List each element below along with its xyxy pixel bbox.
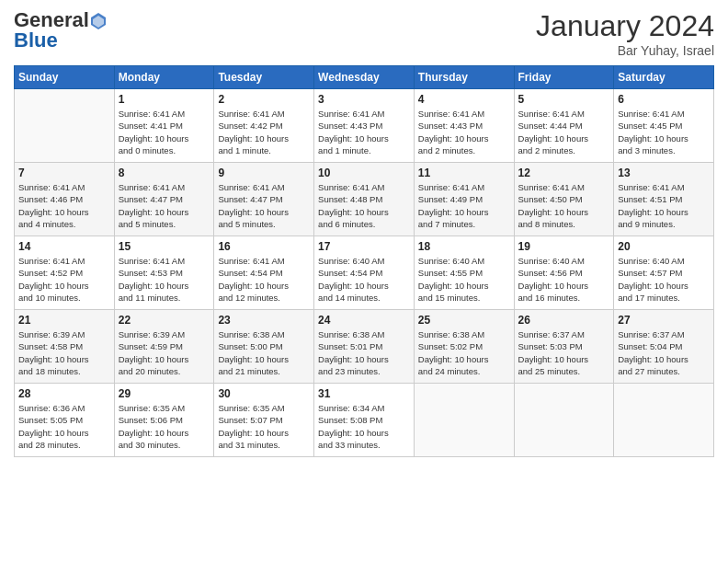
table-row: 28Sunrise: 6:36 AMSunset: 5:05 PMDayligh…	[15, 384, 115, 457]
col-sunday: Sunday	[15, 66, 115, 89]
table-row: 16Sunrise: 6:41 AMSunset: 4:54 PMDayligh…	[214, 236, 314, 310]
table-row: 13Sunrise: 6:41 AMSunset: 4:51 PMDayligh…	[614, 163, 714, 236]
day-info: Sunrise: 6:41 AMSunset: 4:45 PMDaylight:…	[618, 108, 710, 156]
location: Bar Yuhay, Israel	[536, 43, 714, 58]
day-info: Sunrise: 6:40 AMSunset: 4:55 PMDaylight:…	[418, 255, 510, 304]
col-tuesday: Tuesday	[214, 66, 314, 89]
table-row: 3Sunrise: 6:41 AMSunset: 4:43 PMDaylight…	[314, 89, 415, 163]
day-number: 5	[518, 93, 610, 106]
table-row: 9Sunrise: 6:41 AMSunset: 4:47 PMDaylight…	[214, 163, 314, 236]
calendar-header-row: Sunday Monday Tuesday Wednesday Thursday…	[15, 66, 714, 89]
day-number: 10	[318, 167, 410, 179]
day-info: Sunrise: 6:37 AMSunset: 5:04 PMDaylight:…	[618, 328, 710, 377]
day-info: Sunrise: 6:41 AMSunset: 4:51 PMDaylight:…	[618, 181, 710, 230]
table-row: 30Sunrise: 6:35 AMSunset: 5:07 PMDayligh…	[214, 384, 314, 457]
table-row: 4Sunrise: 6:41 AMSunset: 4:43 PMDaylight…	[414, 89, 514, 163]
day-number: 31	[318, 387, 410, 400]
table-row: 20Sunrise: 6:40 AMSunset: 4:57 PMDayligh…	[614, 236, 714, 310]
day-info: Sunrise: 6:36 AMSunset: 5:05 PMDaylight:…	[18, 402, 110, 451]
month-title: January 2024	[536, 9, 714, 43]
day-number: 12	[518, 167, 610, 179]
day-number: 20	[618, 240, 710, 253]
calendar-week-row: 21Sunrise: 6:39 AMSunset: 4:58 PMDayligh…	[15, 310, 714, 384]
table-row: 1Sunrise: 6:41 AMSunset: 4:41 PMDaylight…	[114, 89, 214, 163]
day-info: Sunrise: 6:41 AMSunset: 4:44 PMDaylight:…	[518, 108, 610, 156]
day-info: Sunrise: 6:41 AMSunset: 4:47 PMDaylight:…	[119, 181, 210, 230]
table-row: 23Sunrise: 6:38 AMSunset: 5:00 PMDayligh…	[214, 310, 314, 384]
day-info: Sunrise: 6:40 AMSunset: 4:54 PMDaylight:…	[318, 255, 410, 304]
table-row: 5Sunrise: 6:41 AMSunset: 4:44 PMDaylight…	[514, 89, 614, 163]
table-row: 14Sunrise: 6:41 AMSunset: 4:52 PMDayligh…	[15, 236, 115, 310]
day-number: 17	[318, 240, 410, 253]
day-number: 27	[618, 314, 710, 327]
table-row: 26Sunrise: 6:37 AMSunset: 5:03 PMDayligh…	[514, 310, 614, 384]
day-info: Sunrise: 6:41 AMSunset: 4:46 PMDaylight:…	[18, 181, 110, 230]
table-row: 6Sunrise: 6:41 AMSunset: 4:45 PMDaylight…	[614, 89, 714, 163]
day-info: Sunrise: 6:39 AMSunset: 4:58 PMDaylight:…	[18, 328, 110, 377]
day-number: 14	[18, 240, 110, 253]
day-info: Sunrise: 6:38 AMSunset: 5:00 PMDaylight:…	[218, 328, 310, 377]
day-number: 1	[119, 93, 210, 106]
day-info: Sunrise: 6:41 AMSunset: 4:49 PMDaylight:…	[418, 181, 510, 230]
day-info: Sunrise: 6:41 AMSunset: 4:43 PMDaylight:…	[418, 108, 510, 156]
day-info: Sunrise: 6:40 AMSunset: 4:56 PMDaylight:…	[518, 255, 610, 304]
day-info: Sunrise: 6:41 AMSunset: 4:47 PMDaylight:…	[218, 181, 310, 230]
table-row: 18Sunrise: 6:40 AMSunset: 4:55 PMDayligh…	[414, 236, 514, 310]
day-number: 18	[418, 240, 510, 253]
day-info: Sunrise: 6:41 AMSunset: 4:48 PMDaylight:…	[318, 181, 410, 230]
table-row: 25Sunrise: 6:38 AMSunset: 5:02 PMDayligh…	[414, 310, 514, 384]
table-row: 2Sunrise: 6:41 AMSunset: 4:42 PMDaylight…	[214, 89, 314, 163]
logo-icon	[90, 12, 107, 30]
table-row: 8Sunrise: 6:41 AMSunset: 4:47 PMDaylight…	[114, 163, 214, 236]
day-number: 4	[418, 93, 510, 106]
day-info: Sunrise: 6:38 AMSunset: 5:02 PMDaylight:…	[418, 328, 510, 377]
table-row: 10Sunrise: 6:41 AMSunset: 4:48 PMDayligh…	[314, 163, 415, 236]
day-number: 22	[119, 314, 210, 327]
col-thursday: Thursday	[414, 66, 514, 89]
table-row	[514, 384, 614, 457]
day-info: Sunrise: 6:39 AMSunset: 4:59 PMDaylight:…	[119, 328, 210, 377]
day-info: Sunrise: 6:38 AMSunset: 5:01 PMDaylight:…	[318, 328, 410, 377]
table-row: 24Sunrise: 6:38 AMSunset: 5:01 PMDayligh…	[314, 310, 415, 384]
calendar-table: Sunday Monday Tuesday Wednesday Thursday…	[14, 65, 714, 457]
table-row	[414, 384, 514, 457]
day-info: Sunrise: 6:41 AMSunset: 4:54 PMDaylight:…	[218, 255, 310, 304]
logo-blue-text: Blue	[14, 29, 58, 52]
table-row: 29Sunrise: 6:35 AMSunset: 5:06 PMDayligh…	[114, 384, 214, 457]
day-number: 16	[218, 240, 310, 253]
header: General Blue January 2024 Bar Yuhay, Isr…	[14, 9, 714, 58]
table-row: 27Sunrise: 6:37 AMSunset: 5:04 PMDayligh…	[614, 310, 714, 384]
day-number: 30	[218, 387, 310, 400]
day-number: 8	[119, 167, 210, 179]
day-info: Sunrise: 6:41 AMSunset: 4:50 PMDaylight:…	[518, 181, 610, 230]
day-info: Sunrise: 6:34 AMSunset: 5:08 PMDaylight:…	[318, 402, 410, 451]
day-number: 2	[218, 93, 310, 106]
day-info: Sunrise: 6:41 AMSunset: 4:43 PMDaylight:…	[318, 108, 410, 156]
day-number: 25	[418, 314, 510, 327]
day-number: 23	[218, 314, 310, 327]
col-friday: Friday	[514, 66, 614, 89]
table-row: 21Sunrise: 6:39 AMSunset: 4:58 PMDayligh…	[15, 310, 115, 384]
day-number: 11	[418, 167, 510, 179]
day-info: Sunrise: 6:41 AMSunset: 4:41 PMDaylight:…	[119, 108, 210, 156]
table-row: 12Sunrise: 6:41 AMSunset: 4:50 PMDayligh…	[514, 163, 614, 236]
day-info: Sunrise: 6:41 AMSunset: 4:52 PMDaylight:…	[18, 255, 110, 304]
day-info: Sunrise: 6:35 AMSunset: 5:07 PMDaylight:…	[218, 402, 310, 451]
day-number: 3	[318, 93, 410, 106]
table-row: 7Sunrise: 6:41 AMSunset: 4:46 PMDaylight…	[15, 163, 115, 236]
calendar-week-row: 14Sunrise: 6:41 AMSunset: 4:52 PMDayligh…	[15, 236, 714, 310]
page-container: General Blue January 2024 Bar Yuhay, Isr…	[0, 0, 728, 466]
day-number: 21	[18, 314, 110, 327]
logo: General Blue	[14, 9, 108, 52]
day-info: Sunrise: 6:41 AMSunset: 4:42 PMDaylight:…	[218, 108, 310, 156]
day-number: 15	[119, 240, 210, 253]
table-row: 22Sunrise: 6:39 AMSunset: 4:59 PMDayligh…	[114, 310, 214, 384]
day-number: 29	[119, 387, 210, 400]
title-block: January 2024 Bar Yuhay, Israel	[536, 9, 714, 58]
day-number: 7	[18, 167, 110, 179]
day-number: 9	[218, 167, 310, 179]
day-number: 28	[18, 387, 110, 400]
day-info: Sunrise: 6:37 AMSunset: 5:03 PMDaylight:…	[518, 328, 610, 377]
col-wednesday: Wednesday	[314, 66, 415, 89]
day-number: 19	[518, 240, 610, 253]
